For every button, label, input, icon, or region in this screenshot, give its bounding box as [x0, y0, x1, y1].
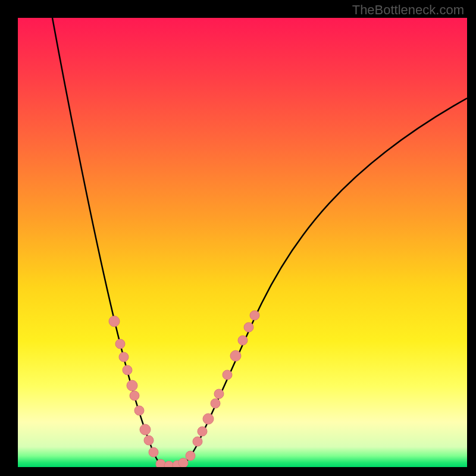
- data-point: [223, 370, 232, 380]
- curve-left-curve: [52, 18, 161, 464]
- chart-curves: [18, 18, 467, 467]
- data-point: [214, 389, 224, 399]
- data-point: [127, 380, 137, 391]
- data-point: [178, 458, 188, 467]
- data-point: [211, 399, 220, 408]
- data-point: [109, 316, 120, 327]
- data-point: [238, 336, 248, 345]
- plot-area: [18, 18, 467, 467]
- data-point: [134, 406, 144, 415]
- data-point: [140, 424, 151, 435]
- data-point: [186, 451, 195, 461]
- data-point: [193, 437, 202, 446]
- data-point: [130, 391, 139, 400]
- data-point: [144, 436, 154, 445]
- data-point: [250, 311, 259, 320]
- data-point: [123, 365, 132, 375]
- watermark-text: TheBottleneck.com: [352, 2, 464, 18]
- data-point: [198, 427, 207, 436]
- data-point: [119, 352, 129, 362]
- data-point: [230, 350, 241, 361]
- data-point: [203, 414, 214, 424]
- curve-right-curve: [183, 98, 467, 464]
- data-point: [115, 339, 125, 349]
- data-point: [244, 322, 253, 332]
- data-point: [164, 461, 174, 467]
- data-point: [149, 447, 158, 457]
